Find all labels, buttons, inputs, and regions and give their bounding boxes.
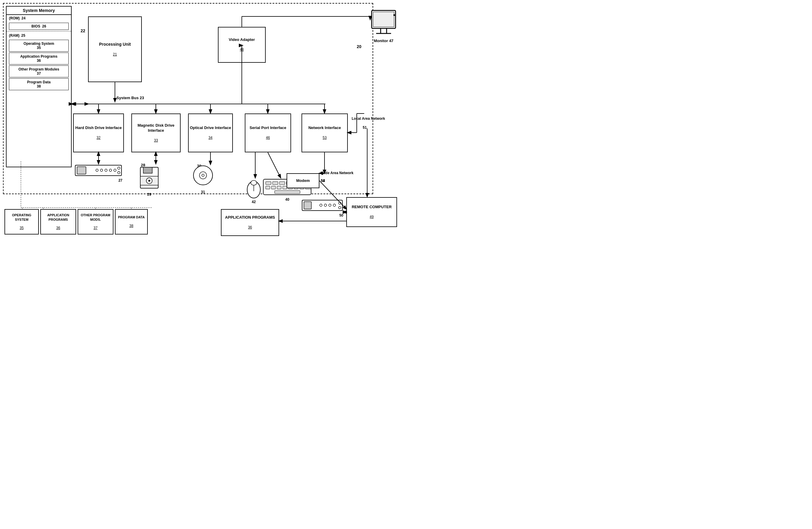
os-bottom-box: OPERATING SYSTEM 35 xyxy=(4,209,39,234)
modem-box: Modem xyxy=(287,173,319,188)
wan-label: Wide Area Network xyxy=(321,171,360,175)
svg-point-22 xyxy=(202,174,204,176)
serial-port-box: Serial Port Interface 46 xyxy=(245,114,291,152)
svg-rect-28 xyxy=(273,182,278,185)
opm-bottom-box: OTHER PROGRAM MODS. 37 xyxy=(78,209,113,234)
system-memory-box: System Memory (ROM) 24 BIOS 26 (RAM) 25 … xyxy=(6,6,72,167)
svg-rect-42 xyxy=(275,190,300,194)
label-22: 22 xyxy=(81,28,85,33)
bios-box: BIOS 26 xyxy=(9,23,69,30)
ram-ref: 25 xyxy=(21,33,25,38)
floppy-icon: 29 xyxy=(137,166,161,197)
video-adapter-box: Video Adapter 48 xyxy=(218,27,266,63)
svg-rect-16 xyxy=(143,167,152,173)
system-memory-title: System Memory xyxy=(6,6,71,15)
svg-rect-2 xyxy=(393,14,395,16)
system-bus-label: System Bus 23 xyxy=(116,96,144,100)
remote-hdd-icon: 50 xyxy=(302,199,343,217)
svg-point-19 xyxy=(148,180,150,182)
ap-box: Application Programs36 xyxy=(9,53,69,65)
svg-rect-44 xyxy=(304,202,311,209)
remote-computer-box: REMOTE COMPUTER 49 xyxy=(346,197,397,227)
processing-unit-box: Processing Unit 21 xyxy=(88,16,142,82)
optical-drive-box: Optical Drive Interface 34 xyxy=(188,114,233,152)
app-programs-bottom-box: APPLICATION PROGRAMS 36 xyxy=(221,209,279,236)
wan-ref: 52 xyxy=(321,178,325,183)
os-box: Operating System35 xyxy=(9,40,69,52)
svg-rect-34 xyxy=(266,186,270,189)
pd-bottom-box: PROGRAM DATA 38 xyxy=(115,209,148,234)
lan-ref: 51 xyxy=(363,126,366,130)
ap-bottom-box: APPLICATION PROGRAMS 36 xyxy=(40,209,76,234)
rom-label: (ROM) xyxy=(9,16,20,20)
hdd-device-icon: 27 xyxy=(75,164,122,183)
hard-disk-drive-box: Hard Dish Drive Interface 32 xyxy=(73,114,124,152)
svg-rect-27 xyxy=(266,182,271,185)
mouse-icon: 42 xyxy=(245,176,263,204)
pd-box: Program Data38 xyxy=(9,78,69,90)
svg-rect-36 xyxy=(277,186,281,189)
svg-rect-29 xyxy=(279,182,285,185)
network-interface-box: Network Interface 53 xyxy=(302,114,348,152)
label-20: 20 xyxy=(357,44,362,49)
svg-rect-7 xyxy=(77,167,86,174)
ram-label: (RAM) xyxy=(9,33,19,38)
svg-rect-35 xyxy=(271,186,276,189)
opm-box: Other Program Modules37 xyxy=(9,66,69,77)
monitor-icon: Monitor 47 xyxy=(367,9,400,43)
rom-ref: 24 xyxy=(21,16,25,20)
svg-rect-1 xyxy=(373,12,394,27)
magnetic-disk-box: Magnetic Disk Drive Interface 33 xyxy=(131,114,180,152)
diagram: System Memory (ROM) 24 BIOS 26 (RAM) 25 … xyxy=(0,0,406,264)
svg-point-25 xyxy=(251,181,257,185)
cd-icon: 31 xyxy=(191,165,215,194)
lan-label: Local Area Network xyxy=(352,116,388,121)
svg-rect-37 xyxy=(283,186,287,189)
